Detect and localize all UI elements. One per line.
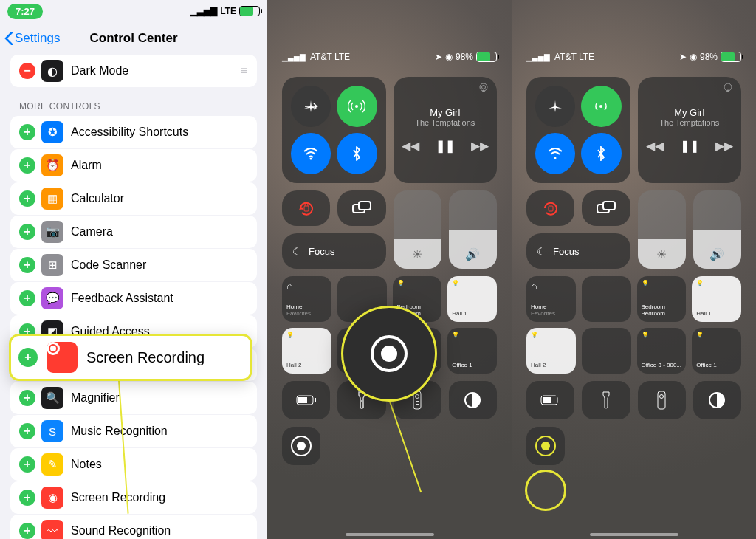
forward-button[interactable]: ▶▶: [715, 139, 733, 153]
home-favorites-tile[interactable]: ⌂HomeFavorites: [526, 276, 576, 322]
row-label: Magnifier: [71, 391, 248, 405]
bedroom-tile[interactable]: 💡Bedroom Bedroom: [637, 276, 687, 322]
home-indicator[interactable]: [590, 533, 678, 536]
office1-tile[interactable]: 💡Office 1: [447, 328, 497, 374]
wifi-button[interactable]: [535, 133, 575, 174]
more-row-magnifier[interactable]: + 🔍 Magnifier: [10, 382, 257, 414]
focus-button[interactable]: ☾Focus: [526, 233, 630, 269]
focus-button[interactable]: ☾ Focus: [282, 233, 386, 269]
brightness-slider[interactable]: ☀: [638, 190, 686, 269]
pause-button[interactable]: ❚❚: [436, 139, 455, 153]
add-icon[interactable]: +: [19, 157, 35, 174]
screen-recording-button-active[interactable]: [526, 427, 565, 465]
screen-mirroring-button[interactable]: [582, 190, 630, 226]
home-tile-blank2[interactable]: [582, 328, 631, 374]
row-label: Notes: [71, 458, 248, 471]
more-row-record[interactable]: + ◉ Screen Recording: [10, 481, 257, 514]
more-row-notes[interactable]: + ✎ Notes: [10, 448, 257, 481]
row-label: Alarm: [71, 159, 248, 172]
svg-rect-21: [603, 202, 615, 210]
add-icon[interactable]: +: [19, 523, 35, 539]
volume-slider[interactable]: 🔊: [449, 190, 497, 269]
row-label: Sound Recognition: [71, 524, 248, 538]
add-icon[interactable]: +: [19, 490, 35, 506]
alarm-icon: ⏰: [41, 154, 63, 176]
add-icon[interactable]: +: [18, 348, 38, 367]
rewind-button[interactable]: ◀◀: [402, 139, 419, 153]
more-row-alarm[interactable]: + ⏰ Alarm: [10, 149, 257, 182]
hall1-tile[interactable]: 💡Hall 1: [692, 276, 741, 322]
flashlight-button[interactable]: [582, 381, 630, 419]
office1-tile[interactable]: 💡Office 1: [692, 328, 741, 374]
airplane-button[interactable]: [291, 86, 331, 127]
cellular-button[interactable]: [337, 86, 377, 127]
sound-icon: 〰: [41, 520, 63, 539]
add-icon[interactable]: +: [19, 290, 35, 306]
row-label: Screen Recording: [71, 491, 248, 504]
calculator-icon: ▦: [41, 188, 63, 210]
music-tile[interactable]: My Girl The Temptations ◀◀ ❚❚ ▶▶: [394, 77, 498, 183]
office3-tile[interactable]: 💡Office 3 - 800...: [637, 328, 687, 374]
low-power-button[interactable]: [282, 381, 330, 419]
screen-mirroring-button[interactable]: [337, 190, 385, 226]
bulb-icon: 💡: [286, 332, 294, 339]
included-row-darkmode[interactable]: − ◐ Dark Mode ≡: [10, 55, 257, 87]
more-row-accessibility[interactable]: + ✪ Accessibility Shortcuts: [10, 116, 257, 148]
pause-button[interactable]: ❚❚: [680, 139, 699, 153]
svg-rect-6: [359, 202, 371, 210]
magnifier-icon: 🔍: [41, 387, 63, 409]
bulb-icon: 💡: [452, 332, 459, 339]
orientation-lock-button[interactable]: [282, 190, 330, 226]
volume-icon: 🔊: [465, 247, 480, 261]
add-icon[interactable]: +: [19, 390, 35, 406]
more-row-qr[interactable]: + ⊞ Code Scanner: [10, 249, 257, 281]
more-row-camera[interactable]: + 📷 Camera: [10, 216, 257, 248]
add-icon[interactable]: +: [19, 190, 35, 207]
add-icon[interactable]: +: [19, 224, 35, 240]
home-favorites-tile[interactable]: ⌂HomeFavorites: [282, 276, 331, 322]
signal-network-label: LTE: [220, 6, 236, 16]
forward-button[interactable]: ▶▶: [471, 139, 489, 153]
svg-rect-8: [315, 398, 316, 402]
add-icon[interactable]: +: [19, 257, 35, 273]
cellular-button[interactable]: [581, 86, 621, 127]
airplay-icon[interactable]: [478, 83, 489, 96]
low-power-button[interactable]: [526, 381, 574, 419]
time-pill: 7:27: [7, 4, 43, 19]
rewind-button[interactable]: ◀◀: [646, 139, 664, 153]
add-icon[interactable]: +: [19, 423, 35, 439]
dark-mode-button[interactable]: [449, 381, 497, 419]
hall2-tile[interactable]: 💡Hall 2: [282, 328, 331, 374]
remove-icon[interactable]: −: [19, 63, 35, 79]
airplane-button[interactable]: [535, 86, 575, 127]
screen-recording-button[interactable]: [282, 427, 320, 465]
home-tile-blank[interactable]: [582, 276, 631, 322]
add-icon[interactable]: +: [19, 124, 35, 140]
more-row-feedback[interactable]: + 💬 Feedback Assistant: [10, 282, 257, 315]
bluetooth-button[interactable]: [581, 133, 621, 174]
svg-rect-4: [304, 206, 309, 211]
home-indicator[interactable]: [346, 533, 434, 536]
orientation-lock-button[interactable]: [526, 190, 574, 226]
bulb-icon: 💡: [452, 281, 459, 287]
brightness-slider[interactable]: ☀: [394, 190, 441, 269]
record-icon: [47, 342, 78, 373]
bluetooth-button[interactable]: [337, 133, 377, 174]
back-button[interactable]: Settings: [0, 31, 60, 46]
connectivity-tile[interactable]: [526, 77, 630, 183]
hall2-tile[interactable]: 💡Hall 2: [526, 328, 576, 374]
more-row-calculator[interactable]: + ▦ Calculator: [10, 182, 257, 215]
connectivity-tile[interactable]: [282, 77, 386, 183]
more-row-shazam[interactable]: + S Music Recognition: [10, 415, 257, 447]
airplay-icon[interactable]: [722, 83, 734, 96]
more-row-sound[interactable]: + 〰 Sound Recognition: [10, 515, 257, 539]
control-center-panel-2: ▁▃▅▇ AT&T LTE ➤ ◉ 98% My Girl The Tempta…: [512, 0, 756, 539]
remote-button[interactable]: [638, 381, 686, 419]
reorder-grip-icon[interactable]: ≡: [241, 64, 248, 78]
wifi-button[interactable]: [291, 133, 331, 174]
add-icon[interactable]: +: [19, 456, 35, 473]
music-tile[interactable]: My Girl The Temptations ◀◀ ❚❚ ▶▶: [638, 77, 742, 183]
volume-slider[interactable]: 🔊: [693, 190, 741, 269]
dark-mode-button[interactable]: [693, 381, 741, 419]
hall1-tile[interactable]: 💡Hall 1: [447, 276, 497, 322]
